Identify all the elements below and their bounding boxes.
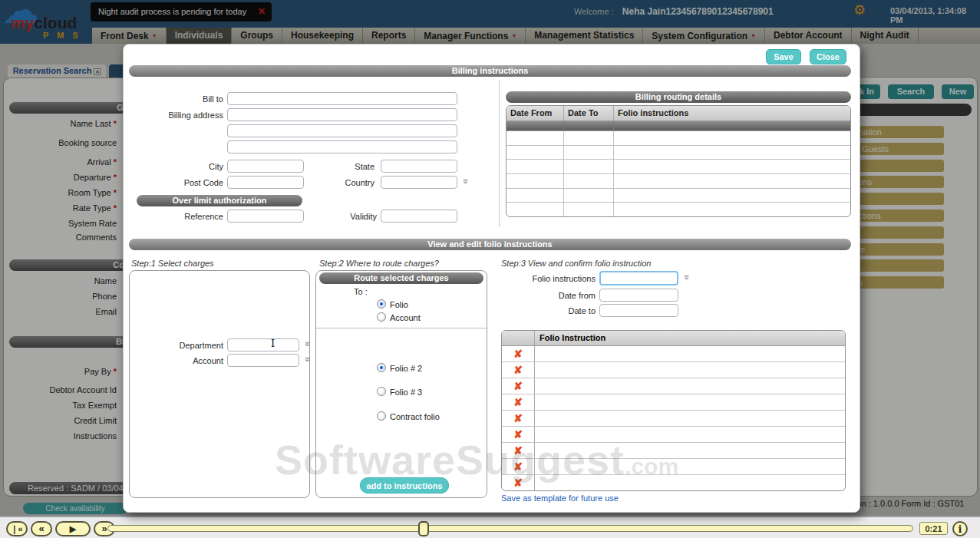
routing-empty-row[interactable] <box>506 131 850 146</box>
date-from-input[interactable] <box>599 289 678 302</box>
step1-label: Step:1 Select charges <box>131 259 214 268</box>
text-cursor-ibeam: I <box>271 338 275 349</box>
add-to-instructions-button[interactable]: add to instructions <box>360 477 449 493</box>
radio-contract-folio[interactable] <box>377 411 386 421</box>
step2-divider <box>316 328 487 328</box>
department-label: Department <box>124 341 223 351</box>
validity-input[interactable] <box>381 210 457 223</box>
date-from-label: Date from <box>492 291 596 301</box>
folio-instructions-input[interactable] <box>599 271 678 286</box>
delete-row-icon[interactable]: ✘ <box>513 380 523 392</box>
billing-address-input-1[interactable] <box>227 108 457 121</box>
delete-row-icon[interactable]: ✘ <box>513 364 523 376</box>
country-input[interactable] <box>381 176 457 189</box>
folio-instructions-dropdown-icon[interactable]: » <box>681 272 692 282</box>
delete-row-icon[interactable]: ✘ <box>513 460 523 473</box>
delete-row-icon[interactable]: ✘ <box>513 428 523 441</box>
close-button[interactable]: Close <box>810 49 846 64</box>
date-to-label: Date to <box>492 306 596 316</box>
folio-instruction-row[interactable]: ✘ <box>502 443 845 459</box>
routing-table-header-row: Date From Date To Folio instructions <box>506 106 850 121</box>
billing-routing-table: Date From Date To Folio instructions <box>506 105 851 217</box>
billing-address-input-2[interactable] <box>227 124 457 137</box>
radio-folio-3[interactable] <box>377 387 386 396</box>
routing-empty-row[interactable] <box>506 189 850 203</box>
folio-instruction-row[interactable]: ✘ <box>502 427 845 443</box>
timeline-handle[interactable] <box>418 521 429 536</box>
over-limit-header: Over limit authorization <box>137 195 302 206</box>
modal-title: Billing instructions <box>129 65 851 77</box>
delete-row-icon[interactable]: ✘ <box>513 477 523 489</box>
rewind-button[interactable]: « <box>31 521 52 536</box>
state-input[interactable] <box>381 160 457 173</box>
folio-instructions-label: Folio instructions <box>492 274 596 284</box>
delete-row-icon[interactable]: ✘ <box>513 444 523 457</box>
city-input[interactable] <box>227 160 304 173</box>
col-date-from: Date From <box>506 106 564 120</box>
radio-label: Folio # 3 <box>390 388 422 397</box>
col-folio-instructions: Folio instructions <box>614 106 850 120</box>
radio-folio-2[interactable] <box>377 363 386 372</box>
state-label: State <box>300 162 375 172</box>
billing-routing-header: Billing routing details <box>506 91 851 103</box>
col-date-to: Date To <box>564 106 614 120</box>
to-label: To : <box>354 287 377 297</box>
delete-row-icon[interactable]: ✘ <box>513 396 523 408</box>
folio-instruction-row[interactable]: ✘ <box>502 411 845 427</box>
folio-table-header-row: Folio Instruction <box>502 331 845 346</box>
screen: ☁ mycloud P M S Night audit process is p… <box>0 0 980 538</box>
folio-instruction-row[interactable]: ✘ <box>502 394 845 411</box>
post-code-input[interactable] <box>227 176 304 189</box>
department-input[interactable] <box>227 338 299 352</box>
step1-select-charges-box <box>129 270 310 498</box>
time-display: 0:21 <box>919 522 948 535</box>
validity-label: Validity <box>302 212 377 222</box>
country-dropdown-icon[interactable]: » <box>460 176 471 186</box>
folio-instruction-row[interactable]: ✘ <box>502 346 845 362</box>
account-label: Account <box>124 356 223 366</box>
route-selected-charges-header: Route selected charges <box>319 272 483 284</box>
folio-instruction-column-header: Folio Instruction <box>535 331 845 345</box>
date-to-input[interactable] <box>599 304 678 317</box>
delete-row-icon[interactable]: ✘ <box>513 412 523 424</box>
info-button[interactable]: i <box>952 521 968 536</box>
billing-address-input-3[interactable] <box>227 140 457 153</box>
folio-instruction-row[interactable]: ✘ <box>502 475 845 490</box>
account-input[interactable] <box>227 354 299 367</box>
play-button[interactable]: ▶ <box>55 521 91 536</box>
routing-selected-row[interactable] <box>506 121 850 131</box>
save-as-template-link[interactable]: Save as template for future use <box>501 493 619 503</box>
routing-empty-row[interactable] <box>506 174 850 189</box>
radio-label: Folio # 2 <box>390 364 422 373</box>
radio-label: Account <box>390 313 421 322</box>
delete-row-icon[interactable]: ✘ <box>513 348 523 360</box>
reference-input[interactable] <box>227 210 304 223</box>
radio-label: Folio <box>390 300 408 309</box>
playback-bar: ❘« « ▶ » 0:21 i <box>0 516 980 538</box>
folio-instruction-row[interactable]: ✘ <box>502 362 845 378</box>
reference-label: Reference <box>124 212 223 222</box>
department-dropdown-icon[interactable]: » <box>302 338 313 349</box>
routing-empty-row[interactable] <box>506 160 850 174</box>
post-code-label: Post Code <box>124 178 223 188</box>
timeline-track[interactable] <box>107 525 913 532</box>
billing-instructions-modal: Save Close Billing instructions Bill to … <box>123 44 860 513</box>
save-button[interactable]: Save <box>766 49 801 64</box>
folio-instruction-table: Folio Instruction ✘✘✘✘✘✘✘✘✘ <box>501 330 846 491</box>
step2-label: Step:2 Where to route charges? <box>319 259 439 268</box>
bill-to-label: Bill to <box>124 94 223 104</box>
bill-to-input[interactable] <box>227 92 457 105</box>
billing-address-label: Billing address <box>124 111 223 120</box>
radio-label: Contract folio <box>390 412 440 421</box>
skip-to-start-button[interactable]: ❘« <box>6 521 28 536</box>
routing-empty-row[interactable] <box>506 146 850 160</box>
account-dropdown-icon[interactable]: » <box>302 354 313 365</box>
folio-instruction-row[interactable]: ✘ <box>502 378 845 394</box>
city-label: City <box>124 162 223 172</box>
country-label: Country <box>300 178 375 188</box>
folio-instruction-row[interactable]: ✘ <box>502 459 845 475</box>
routing-empty-row[interactable] <box>506 203 850 216</box>
radio-account[interactable] <box>377 312 386 322</box>
folio-section-header: View and edit folio instructions <box>129 239 851 250</box>
radio-folio[interactable] <box>377 299 386 309</box>
